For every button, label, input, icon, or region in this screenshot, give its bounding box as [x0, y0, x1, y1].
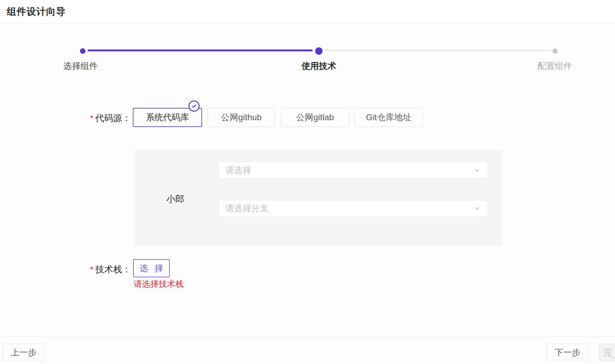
wizard-header: 组件设计向导: [0, 0, 615, 23]
component-design-wizard: 组件设计向导 选择组件 使用技术 配置组件 *代码源： 系统代码库 公网gith…: [0, 0, 615, 364]
repo-panel: 小郎 请选择 请选择分支: [134, 150, 502, 246]
branch-select[interactable]: 请选择分支: [218, 200, 488, 217]
prev-step-button[interactable]: 上一步: [2, 344, 45, 361]
finish-button[interactable]: 完成: [599, 344, 615, 361]
page-title: 组件设计向导: [7, 5, 66, 18]
code-source-option-gitlab[interactable]: 公网gitlab: [281, 108, 349, 127]
progress-line-pending: [325, 50, 551, 51]
required-asterisk: *: [90, 113, 93, 123]
tech-stack-select-button[interactable]: 选 择: [133, 259, 170, 277]
next-step-button[interactable]: 下一步: [546, 344, 589, 361]
step-dot-configure-component: [553, 49, 557, 53]
code-source-option-git-url[interactable]: Git仓库地址: [354, 108, 423, 127]
tech-stack-label: *技术栈：: [74, 263, 131, 276]
code-source-label-text: 代码源：: [95, 113, 131, 123]
check-icon: [191, 103, 197, 109]
repo-owner-label: 小郎: [166, 193, 184, 205]
step-label-select-component: 选择组件: [63, 60, 98, 72]
wizard-footer: 上一步 下一步 完成: [0, 337, 615, 364]
chevron-down-icon: [474, 205, 481, 212]
progress-line-done: [88, 49, 313, 51]
step-dot-use-technology: [315, 47, 323, 55]
repo-select-placeholder: 请选择: [225, 164, 251, 176]
repo-select[interactable]: 请选择: [218, 161, 488, 179]
required-asterisk: *: [90, 265, 93, 274]
branch-select-placeholder: 请选择分支: [225, 203, 268, 214]
step-label-configure-component: 配置组件: [538, 60, 572, 72]
step-dot-select-component: [80, 48, 85, 54]
tech-stack-error-message: 请选择技术栈: [134, 279, 184, 290]
tech-stack-label-text: 技术栈：: [95, 264, 131, 274]
selected-check-badge: [188, 101, 200, 112]
step-label-use-technology: 使用技术: [302, 60, 336, 72]
code-source-option-github[interactable]: 公网github: [208, 108, 275, 127]
chevron-down-icon: [474, 167, 481, 174]
code-source-label: *代码源：: [74, 112, 131, 125]
